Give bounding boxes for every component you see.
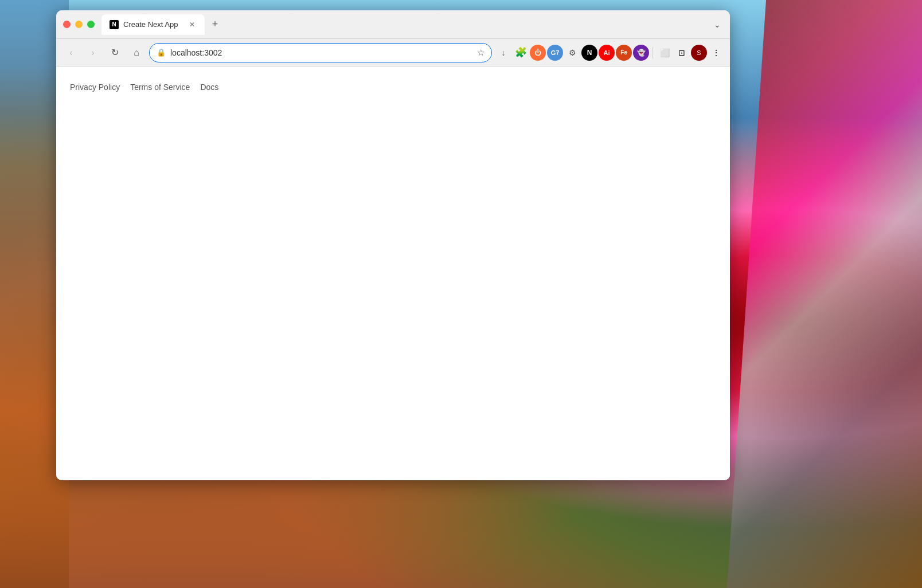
tab-close-button[interactable]: ✕ bbox=[187, 20, 197, 29]
back-button[interactable]: ‹ bbox=[62, 44, 80, 62]
forward-button[interactable]: › bbox=[84, 44, 102, 62]
docs-link[interactable]: Docs bbox=[200, 83, 218, 92]
minimize-button[interactable] bbox=[75, 21, 83, 28]
new-tab-button[interactable]: + bbox=[207, 17, 223, 33]
active-tab[interactable]: N Create Next App ✕ bbox=[101, 14, 205, 35]
refresh-button[interactable]: ↻ bbox=[106, 44, 124, 62]
lock-icon: 🔒 bbox=[157, 48, 166, 57]
home-button[interactable]: ⌂ bbox=[127, 44, 146, 62]
settings-icon[interactable]: ⚙ bbox=[564, 45, 580, 61]
puzzle-icon[interactable]: ⬜ bbox=[657, 45, 673, 61]
tab-bar: N Create Next App ✕ + ⌄ bbox=[101, 14, 723, 35]
title-bar: N Create Next App ✕ + ⌄ bbox=[56, 10, 730, 39]
address-input[interactable] bbox=[170, 48, 472, 57]
window-controls bbox=[63, 21, 95, 28]
maximize-button[interactable] bbox=[87, 21, 95, 28]
tab-favicon: N bbox=[110, 20, 119, 29]
terms-of-service-link[interactable]: Terms of Service bbox=[130, 83, 190, 92]
close-button[interactable] bbox=[63, 21, 71, 28]
webpage-content: Privacy Policy Terms of Service Docs bbox=[56, 66, 730, 480]
split-icon[interactable]: ⊡ bbox=[674, 45, 690, 61]
g7-icon[interactable]: G7 bbox=[547, 45, 563, 61]
adobe-icon[interactable]: Ai bbox=[599, 45, 615, 61]
download-icon[interactable]: ↓ bbox=[495, 45, 511, 61]
tab-dropdown-button[interactable]: ⌄ bbox=[712, 18, 723, 32]
browser-window: N Create Next App ✕ + ⌄ ‹ › ↻ ⌂ 🔒 ☆ ↓ 🧩 … bbox=[56, 10, 730, 480]
bookmark-button[interactable]: ☆ bbox=[477, 48, 485, 58]
address-bar[interactable]: 🔒 ☆ bbox=[149, 43, 492, 62]
fe-icon[interactable]: Fe bbox=[616, 45, 632, 61]
power-icon[interactable]: ⏻ bbox=[530, 45, 546, 61]
n-extension-icon[interactable]: N bbox=[581, 45, 597, 61]
tab-title: Create Next App bbox=[123, 20, 178, 29]
menu-button[interactable]: ⋮ bbox=[708, 45, 724, 61]
extensions-icon[interactable]: 🧩 bbox=[513, 45, 529, 61]
shield-icon[interactable]: S bbox=[691, 45, 707, 61]
toolbar-divider bbox=[653, 47, 653, 58]
nav-bar: ‹ › ↻ ⌂ 🔒 ☆ ↓ 🧩 ⏻ G7 ⚙ N Ai Fe 👻 ⬜ ⊡ S ⋮ bbox=[56, 39, 730, 66]
phantom-icon[interactable]: 👻 bbox=[633, 45, 649, 61]
privacy-policy-link[interactable]: Privacy Policy bbox=[70, 83, 120, 92]
toolbar-icons: ↓ 🧩 ⏻ G7 ⚙ N Ai Fe 👻 ⬜ ⊡ S ⋮ bbox=[495, 45, 724, 61]
page-navigation: Privacy Policy Terms of Service Docs bbox=[70, 78, 716, 96]
